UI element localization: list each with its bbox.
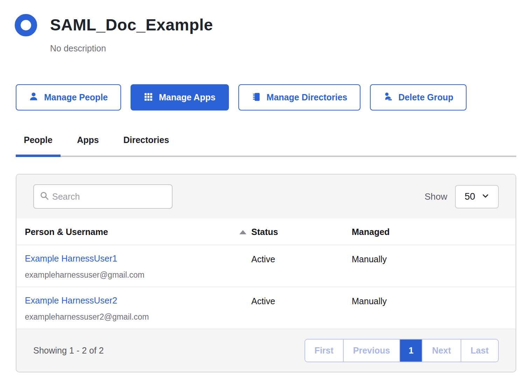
search-input[interactable] <box>52 192 166 202</box>
tab-apps[interactable]: Apps <box>69 135 107 156</box>
person-managed: Manually <box>352 295 516 306</box>
column-header-person-username[interactable]: Person & Username <box>16 219 251 245</box>
person-username: exampleharnessuser2@gmail.com <box>25 312 251 322</box>
pagination-page-1-button[interactable]: 1 <box>399 340 422 362</box>
tab-directories[interactable]: Directories <box>115 135 177 156</box>
pagination-previous-button[interactable]: Previous <box>343 340 400 362</box>
manage-people-button[interactable]: Manage People <box>16 84 121 111</box>
table-body: Example HarnessUser1 exampleharnessuser@… <box>16 245 516 329</box>
table-row: Example HarnessUser1 exampleharnessuser@… <box>16 245 516 287</box>
manage-apps-label: Manage Apps <box>159 92 216 102</box>
directory-notebook-icon <box>252 92 261 103</box>
group-description: No description <box>50 43 213 54</box>
table-toolbar: Show 50 <box>16 174 516 219</box>
table-row: Example HarnessUser2 exampleharnessuser2… <box>16 287 516 329</box>
person-status: Active <box>251 254 352 264</box>
manage-directories-button[interactable]: Manage Directories <box>238 84 361 111</box>
pagination-last-button[interactable]: Last <box>461 340 498 362</box>
person-status: Active <box>251 295 352 306</box>
group-tabs: People Apps Directories <box>16 135 516 157</box>
person-managed: Manually <box>352 254 516 264</box>
person-link[interactable]: Example HarnessUser2 <box>25 295 117 305</box>
column-header-status: Status <box>251 219 352 245</box>
person-link[interactable]: Example HarnessUser1 <box>25 254 117 263</box>
sort-ascending-icon <box>239 230 246 234</box>
group-header: SAML_Doc_Example No description <box>0 0 532 54</box>
search-icon <box>40 191 49 202</box>
search-box[interactable] <box>33 184 173 209</box>
chevron-down-icon <box>482 191 489 202</box>
person-username: exampleharnessuser@gmail.com <box>25 270 251 280</box>
pagination-first-button[interactable]: First <box>305 340 343 362</box>
page-size-select[interactable]: 50 <box>455 185 499 208</box>
manage-directories-label: Manage Directories <box>267 92 348 102</box>
page-size-value: 50 <box>464 191 475 202</box>
delete-group-label: Delete Group <box>398 92 453 102</box>
show-label: Show <box>425 191 447 202</box>
pagination: First Previous 1 Next Last <box>304 339 499 362</box>
tab-people[interactable]: People <box>16 135 61 156</box>
delete-group-button[interactable]: Delete Group <box>370 84 467 111</box>
column-header-managed: Managed <box>352 219 516 245</box>
table-footer: Showing 1 - 2 of 2 First Previous 1 Next… <box>16 329 516 372</box>
manage-apps-button[interactable]: Manage Apps <box>131 84 229 111</box>
table-header-row: Person & Username Status Managed <box>16 219 516 245</box>
group-actions: Manage People Manage Apps Manage Directo… <box>16 84 516 111</box>
manage-people-label: Manage People <box>44 92 108 102</box>
grid-icon <box>144 92 153 103</box>
person-icon <box>29 92 38 103</box>
results-summary: Showing 1 - 2 of 2 <box>33 345 104 356</box>
remove-person-icon <box>383 92 392 103</box>
people-table-card: Show 50 Person & Username Status Managed… <box>16 174 516 372</box>
pagination-next-button[interactable]: Next <box>422 340 460 362</box>
group-icon <box>15 14 37 36</box>
page-title: SAML_Doc_Example <box>50 15 213 34</box>
